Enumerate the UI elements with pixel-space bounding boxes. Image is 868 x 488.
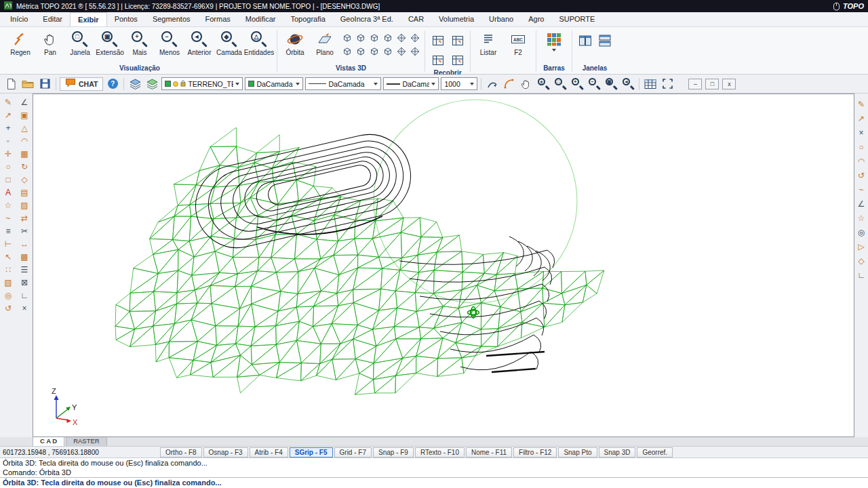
star-tool[interactable]: ☆ [854, 213, 868, 224]
ribbon-pan-button[interactable]: Pan [36, 28, 64, 56]
zoom-extents-button[interactable]: ▣ [604, 77, 618, 92]
match-properties-button[interactable] [485, 77, 500, 92]
status-toggle-grid-f7[interactable]: Grid - F7 [334, 447, 372, 458]
recover-button[interactable] [429, 31, 447, 49]
canvas-tab-c-a-d[interactable]: C A D [33, 436, 64, 446]
cube-button[interactable] [340, 31, 353, 44]
rotate-left-tool[interactable]: ↺ [854, 170, 868, 181]
zoom-realtime-button[interactable]: ± [536, 77, 551, 92]
offset-tool[interactable]: ≡ [1, 226, 15, 237]
menu-tab-topografia[interactable]: Topografia [283, 12, 332, 26]
hatch2-tool[interactable]: ▧ [1, 277, 15, 288]
ribbon-regen-button[interactable]: Regen [6, 28, 35, 56]
measure-arc-button[interactable] [502, 77, 517, 92]
circle-tool[interactable]: ○ [1, 161, 15, 172]
status-toggle-filtro-f12[interactable]: Filtro - F12 [513, 447, 557, 458]
diamond-tool[interactable]: ◇ [854, 256, 868, 266]
menu-tab-car[interactable]: CAR [401, 12, 431, 26]
ribbon-menos-button[interactable]: −Menos [155, 28, 184, 56]
menu-tab-inicio[interactable]: Início [3, 12, 35, 26]
pan-hand-button[interactable] [519, 77, 534, 92]
close-button[interactable]: x [722, 79, 736, 89]
scale-combo[interactable]: 1000 [441, 77, 477, 90]
trim-tool[interactable]: ✂ [18, 226, 31, 237]
diamond-tool[interactable]: ◇ [18, 174, 31, 185]
ribbon-entidades-button[interactable]: △Entidades [245, 28, 273, 56]
menu-tab-segmentos[interactable]: Segmentos [145, 12, 198, 26]
array-tool[interactable]: ∷ [1, 264, 15, 275]
pattern-tool[interactable]: ▩ [18, 251, 31, 262]
open-file-button[interactable] [20, 77, 35, 92]
lineweight-combo[interactable]: DaCamada [383, 77, 439, 90]
layers-button[interactable] [127, 77, 142, 92]
ribbon-janela-button[interactable]: □Janela [66, 28, 94, 56]
hatch-tool[interactable]: ▨ [18, 200, 31, 211]
menu-tab-pontos[interactable]: Pontos [107, 12, 145, 26]
arc-tool[interactable]: ◠ [854, 156, 868, 167]
grid-tool[interactable]: ▦ [18, 148, 31, 159]
cube-button[interactable] [340, 45, 353, 58]
delete-tool[interactable]: × [18, 303, 31, 314]
erase-tool[interactable]: ⊠ [18, 277, 31, 288]
window-vertical-button[interactable] [576, 31, 594, 49]
status-toggle-nome-f11[interactable]: Nome - F11 [466, 447, 512, 458]
ribbon-extensao-button[interactable]: ▣Extensão [96, 28, 124, 56]
color-combo[interactable]: DaCamada [245, 77, 303, 90]
spline-tool[interactable]: ~ [1, 213, 15, 224]
status-toggle-snap-3d[interactable]: Snap 3D [599, 447, 636, 458]
chat-button[interactable]: CHAT [60, 77, 103, 91]
leader2-tool[interactable]: ↖ [1, 251, 15, 262]
rotate-tool[interactable]: ↻ [18, 161, 31, 172]
diamond-button[interactable] [395, 45, 408, 58]
text-tool[interactable]: A [1, 187, 15, 198]
zoom-previous-button[interactable]: ◄ [620, 77, 635, 92]
arc-tool[interactable]: ◠ [18, 136, 31, 146]
zoom-window-button[interactable]: □ [553, 77, 568, 92]
canvas-tab-raster[interactable]: RASTER [66, 436, 107, 446]
star-tool[interactable]: ☆ [1, 200, 15, 211]
triangle-tool[interactable]: △ [18, 123, 31, 134]
menu-tab-volumetria[interactable]: Volumetria [431, 12, 481, 26]
ribbon-orbita-button[interactable]: Órbita [281, 28, 309, 56]
cube-button[interactable] [368, 45, 380, 58]
dimension-tool[interactable]: ↔ [18, 239, 31, 249]
menu-tab-formas[interactable]: Formas [198, 12, 238, 26]
save-file-button[interactable] [37, 77, 52, 92]
angle-measure-tool[interactable]: ∠ [18, 97, 31, 108]
status-toggle-snap-f9[interactable]: Snap - F9 [373, 447, 414, 458]
sketch-tool[interactable]: ✎ [854, 99, 868, 110]
layers-tool[interactable]: ☰ [18, 264, 31, 275]
menu-tab-urbano[interactable]: Urbano [481, 12, 521, 26]
ortho-tool[interactable]: ∟ [854, 270, 868, 281]
menu-tab-geoincra-3-ed[interactable]: GeoIncra 3ª Ed. [333, 12, 401, 26]
node-add-tool[interactable]: ✛ [1, 148, 15, 159]
menu-tab-exibir[interactable]: Exibir [70, 12, 107, 26]
minimize-button[interactable]: – [688, 79, 702, 89]
leader-tool[interactable]: ↗ [1, 110, 15, 121]
ribbon-camada-button[interactable]: ◈Camada [215, 28, 243, 56]
cube-button[interactable] [368, 31, 380, 44]
mirror-tool[interactable]: ⇄ [18, 213, 31, 224]
recover-button[interactable] [448, 51, 467, 69]
ribbon-f2-button[interactable]: ABCF2 [504, 28, 532, 56]
target-tool[interactable]: ◎ [1, 290, 15, 301]
point-tool[interactable]: ◦ [1, 136, 15, 146]
status-toggle-rtexto-f10[interactable]: RTexto - F10 [415, 447, 465, 458]
cube-button[interactable] [381, 45, 394, 58]
status-toggle-georref[interactable]: Georref. [637, 447, 673, 458]
command-prompt[interactable]: Órbita 3D: Tecla direita do mouse ou (Es… [0, 477, 868, 488]
fill-tool[interactable]: ▣ [18, 110, 31, 121]
cube-button[interactable] [354, 45, 367, 58]
status-toggle-osnap-f3[interactable]: Osnap - F3 [203, 447, 248, 458]
status-toggle-snap-pto[interactable]: Snap Pto [558, 447, 597, 458]
target-tool[interactable]: ◎ [854, 227, 868, 238]
angle-tool[interactable]: ∠ [854, 199, 868, 209]
linetype-combo[interactable]: DaCamada [305, 77, 381, 90]
diamond-button[interactable] [408, 31, 421, 44]
ribbon-anterior-button[interactable]: ◄Anterior [185, 28, 214, 56]
status-toggle-atrib-f4[interactable]: Atrib - F4 [250, 447, 288, 458]
zoom-out-button[interactable]: − [587, 77, 601, 92]
zoom-table-button[interactable] [643, 77, 658, 92]
menu-tab-editar[interactable]: Editar [35, 12, 70, 26]
delete-tool[interactable]: × [854, 127, 868, 138]
